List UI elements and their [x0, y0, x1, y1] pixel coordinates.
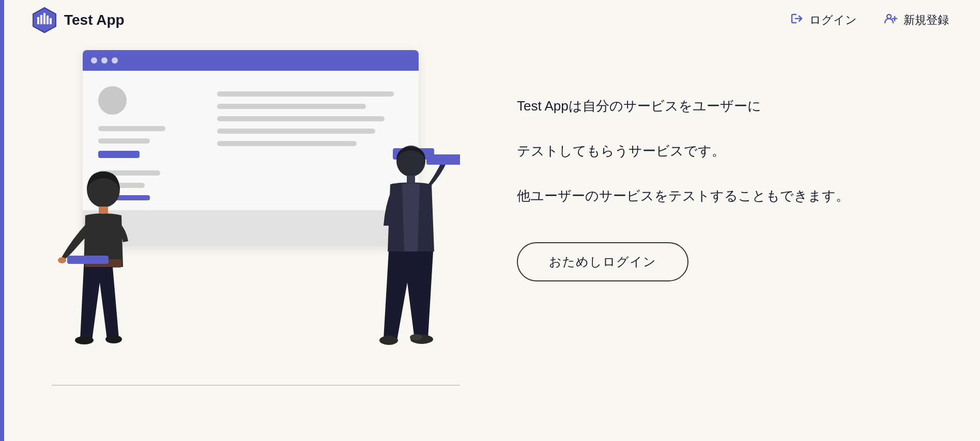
illustration-area	[31, 50, 476, 401]
header: Test App ログイン 新規登	[0, 0, 980, 40]
logo-area[interactable]: Test App	[31, 7, 125, 34]
ground-line	[52, 385, 460, 386]
avatar-placeholder	[98, 86, 127, 115]
svg-rect-5	[50, 18, 52, 24]
man-illustration	[362, 138, 460, 381]
content-line-2	[98, 138, 150, 144]
hero-line-2: テストしてもらうサービスです。	[517, 136, 918, 166]
svg-rect-3	[43, 13, 45, 24]
browser-bar	[83, 50, 419, 71]
svg-point-10	[58, 257, 66, 263]
bottom-accent	[0, 0, 4, 441]
svg-point-11	[75, 336, 94, 344]
browser-dot-3	[112, 57, 118, 64]
right-line-3	[217, 116, 385, 121]
app-logo-icon	[31, 7, 58, 34]
login-icon	[791, 12, 804, 28]
right-line-1	[217, 91, 394, 97]
hero-line-3: 他ユーザーのサービスをテストすることもできます。	[517, 181, 918, 211]
svg-rect-4	[47, 15, 49, 24]
svg-point-17	[379, 336, 398, 345]
text-area: Test Appは自分のサービスをユーザーに テストしてもらうサービスです。 他…	[476, 50, 949, 281]
app-name: Test App	[64, 12, 125, 28]
browser-dot-1	[91, 57, 97, 64]
login-button[interactable]: ログイン	[791, 12, 857, 28]
svg-point-12	[105, 335, 122, 343]
browser-dot-2	[101, 57, 108, 64]
right-line-2	[217, 104, 366, 109]
register-button[interactable]: 新規登録	[883, 12, 949, 28]
svg-rect-2	[40, 15, 42, 24]
svg-point-19	[410, 334, 422, 340]
register-label: 新規登録	[904, 12, 949, 28]
trial-login-button[interactable]: おためしログイン	[517, 242, 688, 281]
svg-rect-20	[426, 154, 460, 165]
person-left	[52, 164, 155, 381]
right-line-4	[217, 129, 375, 134]
right-line-5	[217, 141, 357, 146]
register-icon	[883, 12, 898, 28]
person-right	[362, 138, 460, 381]
content-line-1	[98, 126, 165, 131]
main-content: Test Appは自分のサービスをユーザーに テストしてもらうサービスです。 他…	[0, 40, 980, 422]
svg-rect-1	[37, 17, 39, 24]
content-line-blue	[98, 151, 140, 158]
hero-line-1: Test Appは自分のサービスをユーザーに	[517, 91, 918, 121]
header-nav: ログイン 新規登録	[791, 12, 949, 28]
login-label: ログイン	[809, 12, 857, 28]
woman-illustration	[52, 164, 155, 381]
svg-rect-13	[67, 256, 109, 264]
